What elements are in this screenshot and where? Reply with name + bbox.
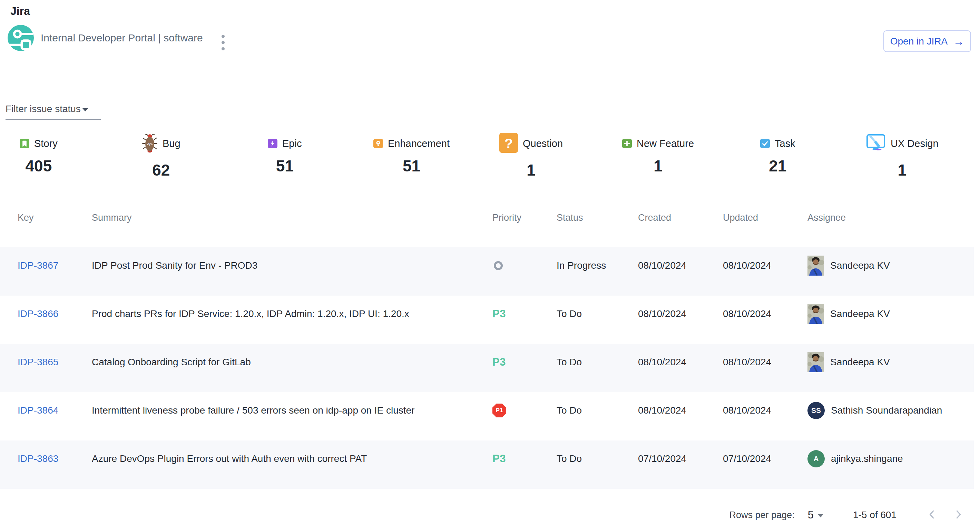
issue-key-link[interactable]: IDP-3864 bbox=[18, 405, 58, 416]
issue-key-link[interactable]: IDP-3865 bbox=[18, 357, 58, 367]
counter-label: Bug bbox=[162, 138, 180, 149]
assignee-avatar bbox=[807, 255, 824, 276]
chevron-left-icon bbox=[929, 510, 935, 520]
rows-per-page-label: Rows per page: bbox=[729, 510, 795, 520]
table-row: IDP-3864 Intermittent liveness probe fai… bbox=[0, 392, 974, 441]
issue-updated: 08/10/2024 bbox=[723, 308, 807, 319]
counter-task: Task 21 bbox=[760, 133, 795, 175]
assignee-initials: A bbox=[813, 455, 819, 463]
counter-label: New Feature bbox=[636, 138, 694, 149]
issue-key-link[interactable]: IDP-3866 bbox=[18, 308, 58, 319]
issue-status: In Progress bbox=[557, 260, 638, 271]
next-page-button[interactable] bbox=[951, 508, 966, 523]
issue-updated: 08/10/2024 bbox=[723, 357, 807, 368]
counter-epic: Epic 51 bbox=[268, 133, 302, 175]
filter-issue-status-label: Filter issue status bbox=[6, 103, 81, 114]
question-icon: ? bbox=[499, 133, 518, 154]
assignee-avatar: A bbox=[807, 450, 825, 467]
story-icon bbox=[20, 139, 29, 148]
issue-key-link[interactable]: IDP-3867 bbox=[18, 260, 58, 271]
counter-label: Epic bbox=[282, 138, 302, 149]
issue-created: 08/10/2024 bbox=[638, 260, 723, 271]
priority-p1-icon: P1 bbox=[492, 404, 506, 417]
pagination-bar: Rows per page: 5 1-5 of 601 bbox=[729, 504, 966, 525]
rows-per-page-value: 5 bbox=[808, 509, 814, 521]
enhancement-icon bbox=[373, 139, 383, 148]
issue-updated: 08/10/2024 bbox=[723, 405, 807, 416]
caret-down-icon bbox=[818, 514, 823, 517]
assignee-avatar: SS bbox=[807, 402, 825, 419]
counter-count: 1 bbox=[527, 161, 536, 179]
issue-updated: 07/10/2024 bbox=[723, 453, 807, 464]
priority-p3-icon: P3 bbox=[492, 308, 506, 320]
column-header-updated: Updated bbox=[723, 213, 807, 223]
assignee-name: Sathish Soundarapandian bbox=[831, 405, 942, 416]
table-body: IDP-3867 IDP Post Prod Sanity for Env - … bbox=[0, 247, 974, 489]
counter-count: 1 bbox=[654, 157, 663, 175]
priority-p3-icon: P3 bbox=[492, 452, 506, 465]
assignee-avatar bbox=[807, 352, 824, 372]
svg-text:</>: </> bbox=[147, 142, 153, 146]
column-header-assignee: Assignee bbox=[807, 213, 974, 223]
project-name: Internal Developer Portal | software bbox=[41, 32, 203, 44]
assignee-name: Sandeepa KV bbox=[830, 357, 890, 368]
table-row: IDP-3867 IDP Post Prod Sanity for Env - … bbox=[0, 247, 974, 296]
counter-count: 51 bbox=[276, 157, 294, 175]
epic-icon bbox=[268, 139, 277, 148]
filter-issue-status-select[interactable]: Filter issue status bbox=[6, 103, 101, 120]
column-header-priority: Priority bbox=[492, 213, 557, 223]
table-header: Key Summary Priority Status Created Upda… bbox=[0, 213, 974, 223]
issue-status: To Do bbox=[557, 357, 638, 368]
open-in-jira-button[interactable]: Open in JIRA → bbox=[883, 30, 971, 52]
arrow-right-icon: → bbox=[953, 36, 964, 47]
table-row: IDP-3863 Azure DevOps Plugin Errors out … bbox=[0, 441, 974, 489]
counter-label: Task bbox=[775, 138, 795, 149]
kebab-menu-icon[interactable] bbox=[220, 33, 227, 52]
counter-story: Story 405 bbox=[20, 133, 57, 175]
counter-enhancement: Enhancement 51 bbox=[373, 133, 450, 175]
column-header-status: Status bbox=[557, 213, 638, 223]
counter-count: 62 bbox=[152, 161, 170, 179]
counter-count: 1 bbox=[898, 161, 907, 179]
open-in-jira-label: Open in JIRA bbox=[890, 36, 948, 47]
previous-page-button[interactable] bbox=[924, 508, 939, 523]
table-row: IDP-3866 Prod charts PRs for IDP Service… bbox=[0, 296, 974, 344]
svg-text:?: ? bbox=[504, 136, 513, 151]
task-icon bbox=[760, 139, 770, 148]
issue-created: 08/10/2024 bbox=[638, 405, 723, 416]
workflow-icon bbox=[8, 25, 34, 51]
counter-new-feature: New Feature 1 bbox=[622, 133, 694, 175]
rows-per-page-select[interactable]: 5 bbox=[808, 509, 823, 521]
table-row: IDP-3865 Catalog Onboarding Script for G… bbox=[0, 344, 974, 392]
chevron-right-icon bbox=[956, 510, 962, 520]
assignee-name: ajinkya.shingane bbox=[831, 453, 903, 464]
issue-summary: Azure DevOps Plugin Errors out with Auth… bbox=[92, 453, 492, 464]
issue-summary: Catalog Onboarding Script for GitLab bbox=[92, 357, 492, 368]
counter-ux-design: UX Design 1 bbox=[866, 133, 939, 179]
issue-created: 08/10/2024 bbox=[638, 357, 723, 368]
counter-label: Question bbox=[523, 138, 563, 149]
issue-status: To Do bbox=[557, 308, 638, 319]
counter-label: Story bbox=[34, 138, 57, 149]
issue-updated: 08/10/2024 bbox=[723, 260, 807, 271]
project-header: Internal Developer Portal | software bbox=[8, 25, 227, 51]
issue-summary: Intermittent liveness probe failure / 50… bbox=[92, 405, 492, 416]
issue-summary: Prod charts PRs for IDP Service: 1.20.x,… bbox=[92, 308, 492, 319]
priority-p3-icon: P3 bbox=[492, 356, 506, 368]
assignee-name: Sandeepa KV bbox=[830, 308, 890, 319]
issue-key-link[interactable]: IDP-3863 bbox=[18, 453, 58, 464]
pagination-range: 1-5 of 601 bbox=[853, 509, 896, 520]
counter-count: 51 bbox=[403, 157, 420, 175]
counter-question: ? Question 1 bbox=[499, 133, 563, 179]
issue-status: To Do bbox=[557, 405, 638, 416]
issue-status: To Do bbox=[557, 453, 638, 464]
issue-summary: IDP Post Prod Sanity for Env - PROD3 bbox=[92, 260, 492, 271]
priority-none-icon bbox=[494, 261, 503, 270]
new-feature-icon bbox=[622, 139, 632, 148]
column-header-summary: Summary bbox=[92, 213, 492, 223]
bug-icon: </> bbox=[142, 133, 158, 154]
caret-down-icon bbox=[83, 108, 88, 111]
jira-plugin-card: Jira Internal Developer Portal | softwar… bbox=[0, 0, 980, 525]
issue-created: 08/10/2024 bbox=[638, 308, 723, 319]
counter-label: UX Design bbox=[891, 138, 939, 149]
